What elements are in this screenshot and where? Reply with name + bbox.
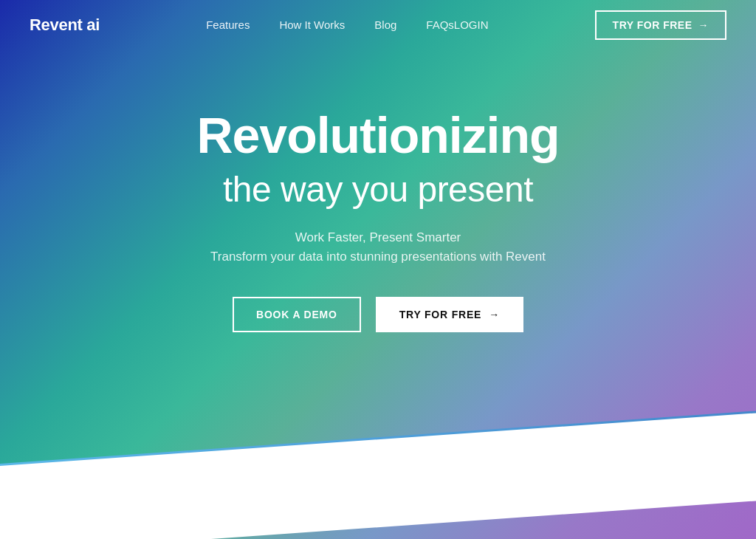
navbar: Revent ai Features How It Works Blog FAQ… [0, 0, 756, 50]
nav-features[interactable]: Features [194, 12, 261, 38]
brand-logo[interactable]: Revent ai [30, 16, 100, 35]
nav-try-free-button[interactable]: TRY FOR FREE → [595, 10, 726, 40]
hero-tagline: Work Faster, Present Smarter [295, 230, 461, 245]
hero-title-main: Revolutionizing [196, 109, 559, 162]
book-demo-button[interactable]: BOOK A DEMO [233, 297, 361, 332]
try-free-label: TRY FOR FREE [399, 309, 482, 320]
nav-how-it-works[interactable]: How It Works [267, 12, 357, 38]
page-wrapper: Revent ai Features How It Works Blog FAQ… [0, 0, 756, 539]
hero-description: Transform your data into stunning presen… [210, 250, 546, 264]
bottom-slice [0, 412, 756, 539]
hero-title-sub: the way you present [223, 171, 533, 210]
nav-arrow-icon: → [698, 19, 709, 31]
nav-faqs-login[interactable]: FAQsLOGIN [414, 12, 500, 38]
try-free-arrow-icon: → [489, 309, 500, 320]
nav-try-free-label: TRY FOR FREE [613, 19, 693, 31]
try-free-button[interactable]: TRY FOR FREE → [376, 297, 523, 332]
hero-section: Revolutionizing the way you present Work… [0, 50, 756, 377]
nav-blog[interactable]: Blog [362, 12, 408, 38]
nav-links: Features How It Works Blog FAQsLOGIN [194, 12, 500, 38]
hero-buttons: BOOK A DEMO TRY FOR FREE → [233, 297, 523, 332]
